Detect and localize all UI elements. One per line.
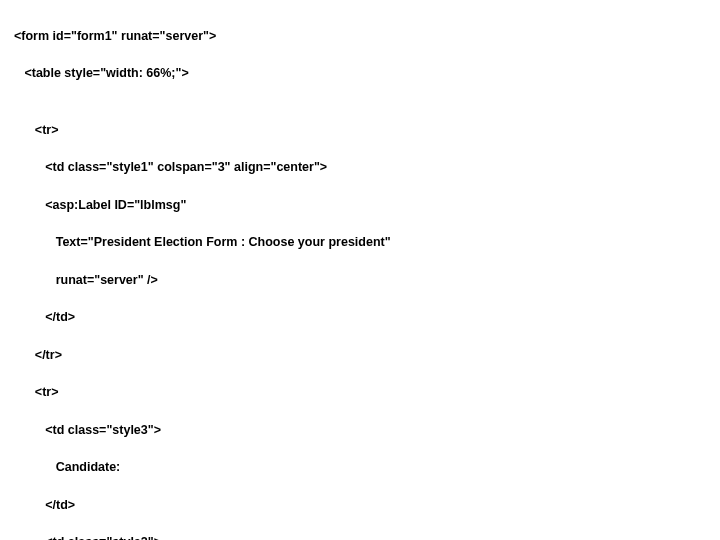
- code-block: <form id="form1" runat="server"> <table …: [14, 8, 706, 540]
- code-line: <td class="style2">: [14, 533, 706, 540]
- code-line: <tr>: [14, 121, 706, 140]
- code-line: <asp:Label ID="lblmsg": [14, 196, 706, 215]
- code-line: <td class="style1" colspan="3" align="ce…: [14, 158, 706, 177]
- code-line: </td>: [14, 496, 706, 515]
- code-line: Candidate:: [14, 458, 706, 477]
- code-line: Text="President Election Form : Choose y…: [14, 233, 706, 252]
- code-line: <form id="form1" runat="server">: [14, 27, 706, 46]
- code-line: <td class="style3">: [14, 421, 706, 440]
- code-line: runat="server" />: [14, 271, 706, 290]
- code-line: </tr>: [14, 346, 706, 365]
- code-line: <table style="width: 66%;">: [14, 64, 706, 83]
- code-line: </td>: [14, 308, 706, 327]
- code-line: <tr>: [14, 383, 706, 402]
